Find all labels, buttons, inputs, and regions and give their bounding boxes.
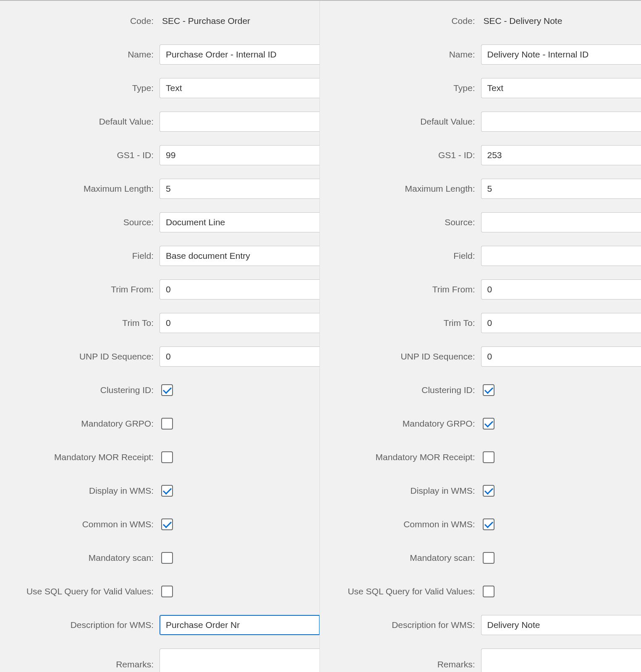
trim-from-input[interactable] xyxy=(481,279,641,300)
label-maximum-length: Maximum Length: xyxy=(4,184,160,194)
label-code: Code: xyxy=(326,16,481,26)
value-code: SEC - Delivery Note xyxy=(481,16,641,26)
label-source: Source: xyxy=(326,217,481,227)
label-display-in-wms: Display in WMS: xyxy=(326,486,481,496)
label-unp-id-sequence: UNP ID Sequence: xyxy=(326,352,481,362)
unp-id-sequence-input[interactable] xyxy=(481,346,641,367)
remarks-textarea[interactable] xyxy=(160,649,319,672)
source-input[interactable] xyxy=(160,212,319,232)
label-remarks: Remarks: xyxy=(326,659,481,669)
label-field: Field: xyxy=(326,251,481,261)
clustering-id-checkbox[interactable] xyxy=(161,384,173,396)
label-unp-id-sequence: UNP ID Sequence: xyxy=(4,352,160,362)
label-name: Name: xyxy=(4,49,160,60)
remarks-textarea[interactable] xyxy=(481,649,641,672)
type-input[interactable] xyxy=(160,78,319,98)
label-use-sql-valid: Use SQL Query for Valid Values: xyxy=(326,586,481,596)
label-common-in-wms: Common in WMS: xyxy=(4,519,160,529)
label-field: Field: xyxy=(4,251,160,261)
gs1-id-input[interactable] xyxy=(481,145,641,165)
label-mandatory-scan: Mandatory scan: xyxy=(326,553,481,563)
mandatory-scan-checkbox[interactable] xyxy=(161,552,173,564)
label-type: Type: xyxy=(326,83,481,93)
label-use-sql-valid: Use SQL Query for Valid Values: xyxy=(4,586,160,596)
source-input[interactable] xyxy=(481,212,641,232)
label-trim-from: Trim From: xyxy=(326,284,481,294)
common-in-wms-checkbox[interactable] xyxy=(161,518,173,530)
mandatory-mor-receipt-checkbox[interactable] xyxy=(161,451,173,463)
maximum-length-input[interactable] xyxy=(160,179,319,199)
panel-delivery-note: Code: SEC - Delivery Note Name: Type: De… xyxy=(322,1,641,672)
trim-to-input[interactable] xyxy=(160,313,319,333)
type-input[interactable] xyxy=(481,78,641,98)
label-type: Type: xyxy=(4,83,160,93)
default-value-input[interactable] xyxy=(160,112,319,132)
label-trim-from: Trim From: xyxy=(4,284,160,294)
field-input[interactable] xyxy=(481,246,641,266)
mandatory-grpo-checkbox[interactable] xyxy=(161,418,173,430)
label-default-value: Default Value: xyxy=(4,117,160,127)
label-name: Name: xyxy=(326,49,481,60)
default-value-input[interactable] xyxy=(481,112,641,132)
display-in-wms-checkbox[interactable] xyxy=(483,485,494,497)
label-mandatory-mor-receipt: Mandatory MOR Receipt: xyxy=(4,452,160,462)
label-mandatory-scan: Mandatory scan: xyxy=(4,553,160,563)
panel-purchase-order: Code: SEC - Purchase Order Name: Type: D… xyxy=(0,1,320,672)
label-clustering-id: Clustering ID: xyxy=(326,385,481,395)
trim-from-input[interactable] xyxy=(160,279,319,300)
label-mandatory-mor-receipt: Mandatory MOR Receipt: xyxy=(326,452,481,462)
use-sql-valid-checkbox[interactable] xyxy=(483,586,494,597)
mandatory-grpo-checkbox[interactable] xyxy=(483,418,494,430)
label-trim-to: Trim To: xyxy=(4,318,160,328)
unp-id-sequence-input[interactable] xyxy=(160,346,319,367)
label-mandatory-grpo: Mandatory GRPO: xyxy=(326,419,481,429)
label-gs1-id: GS1 - ID: xyxy=(326,150,481,160)
trim-to-input[interactable] xyxy=(481,313,641,333)
label-source: Source: xyxy=(4,217,160,227)
label-clustering-id: Clustering ID: xyxy=(4,385,160,395)
common-in-wms-checkbox[interactable] xyxy=(483,518,494,530)
gs1-id-input[interactable] xyxy=(160,145,319,165)
mandatory-mor-receipt-checkbox[interactable] xyxy=(483,451,494,463)
label-trim-to: Trim To: xyxy=(326,318,481,328)
label-remarks: Remarks: xyxy=(4,659,160,669)
description-for-wms-input[interactable] xyxy=(160,615,319,635)
mandatory-scan-checkbox[interactable] xyxy=(483,552,494,564)
label-maximum-length: Maximum Length: xyxy=(326,184,481,194)
name-input[interactable] xyxy=(160,44,319,65)
label-default-value: Default Value: xyxy=(326,117,481,127)
label-gs1-id: GS1 - ID: xyxy=(4,150,160,160)
label-description-for-wms: Description for WMS: xyxy=(326,620,481,630)
use-sql-valid-checkbox[interactable] xyxy=(161,586,173,597)
description-for-wms-input[interactable] xyxy=(481,615,641,635)
form-container: Code: SEC - Purchase Order Name: Type: D… xyxy=(0,0,641,672)
label-code: Code: xyxy=(4,16,160,26)
value-code: SEC - Purchase Order xyxy=(160,16,319,26)
label-display-in-wms: Display in WMS: xyxy=(4,486,160,496)
label-mandatory-grpo: Mandatory GRPO: xyxy=(4,419,160,429)
field-input[interactable] xyxy=(160,246,319,266)
label-description-for-wms: Description for WMS: xyxy=(4,620,160,630)
clustering-id-checkbox[interactable] xyxy=(483,384,494,396)
display-in-wms-checkbox[interactable] xyxy=(161,485,173,497)
name-input[interactable] xyxy=(481,44,641,65)
maximum-length-input[interactable] xyxy=(481,179,641,199)
label-common-in-wms: Common in WMS: xyxy=(326,519,481,529)
